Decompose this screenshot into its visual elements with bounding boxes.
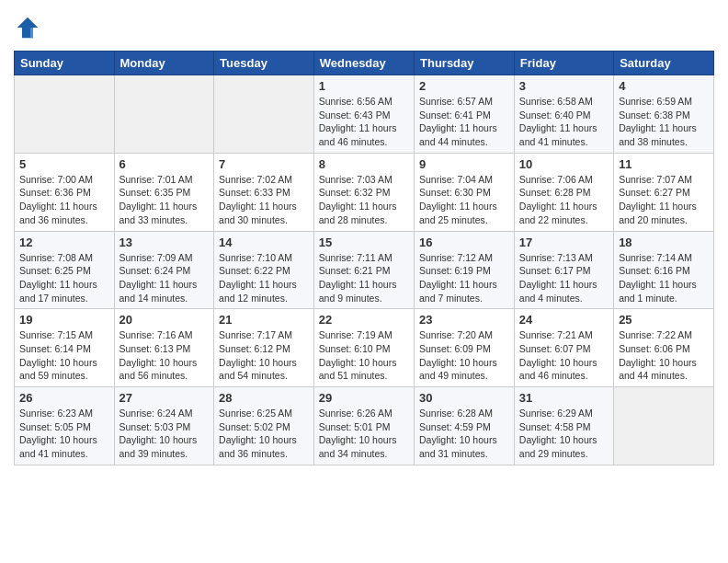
day-number: 4 <box>619 79 709 93</box>
day-number: 2 <box>419 79 509 93</box>
day-info: Sunrise: 7:20 AM Sunset: 6:09 PM Dayligh… <box>419 328 509 383</box>
day-number: 14 <box>219 236 309 249</box>
day-info: Sunrise: 7:08 AM Sunset: 6:25 PM Dayligh… <box>19 251 109 305</box>
calendar-day-cell: 6Sunrise: 7:01 AM Sunset: 6:35 PM Daylig… <box>114 153 214 231</box>
day-info: Sunrise: 7:17 AM Sunset: 6:12 PM Dayligh… <box>219 328 309 383</box>
calendar-day-cell: 9Sunrise: 7:04 AM Sunset: 6:30 PM Daylig… <box>415 153 515 231</box>
day-info: Sunrise: 7:21 AM Sunset: 6:07 PM Dayligh… <box>519 328 609 383</box>
day-info: Sunrise: 7:11 AM Sunset: 6:21 PM Dayligh… <box>319 251 409 305</box>
calendar-day-cell: 13Sunrise: 7:09 AM Sunset: 6:24 PM Dayli… <box>114 231 214 309</box>
calendar-header-thursday: Thursday <box>415 52 515 75</box>
calendar-table: SundayMondayTuesdayWednesdayThursdayFrid… <box>14 51 714 465</box>
calendar-day-cell: 28Sunrise: 6:25 AM Sunset: 5:02 PM Dayli… <box>214 387 314 465</box>
day-number: 19 <box>19 313 109 327</box>
calendar-day-cell: 27Sunrise: 6:24 AM Sunset: 5:03 PM Dayli… <box>114 387 214 465</box>
day-info: Sunrise: 7:07 AM Sunset: 6:27 PM Dayligh… <box>619 173 709 227</box>
page-header <box>14 14 714 41</box>
day-number: 6 <box>119 157 210 171</box>
calendar-day-cell: 31Sunrise: 6:29 AM Sunset: 4:58 PM Dayli… <box>514 387 613 465</box>
calendar-header-row: SundayMondayTuesdayWednesdayThursdayFrid… <box>15 52 714 75</box>
day-info: Sunrise: 7:19 AM Sunset: 6:10 PM Dayligh… <box>319 328 409 383</box>
calendar-day-cell: 22Sunrise: 7:19 AM Sunset: 6:10 PM Dayli… <box>313 309 414 387</box>
calendar-day-cell: 12Sunrise: 7:08 AM Sunset: 6:25 PM Dayli… <box>15 231 115 309</box>
day-number: 16 <box>419 236 509 249</box>
day-number: 12 <box>19 236 109 249</box>
day-number: 25 <box>619 313 709 327</box>
day-info: Sunrise: 7:10 AM Sunset: 6:22 PM Dayligh… <box>219 251 309 305</box>
calendar-header-wednesday: Wednesday <box>313 52 414 75</box>
day-info: Sunrise: 6:26 AM Sunset: 5:01 PM Dayligh… <box>319 407 409 461</box>
calendar-header-saturday: Saturday <box>614 52 714 75</box>
calendar-day-cell: 19Sunrise: 7:15 AM Sunset: 6:14 PM Dayli… <box>15 309 115 387</box>
day-info: Sunrise: 7:00 AM Sunset: 6:36 PM Dayligh… <box>19 173 109 227</box>
calendar-day-cell <box>214 75 314 154</box>
day-number: 9 <box>419 157 509 171</box>
day-info: Sunrise: 6:59 AM Sunset: 6:38 PM Dayligh… <box>619 95 709 149</box>
calendar-day-cell: 16Sunrise: 7:12 AM Sunset: 6:19 PM Dayli… <box>415 231 515 309</box>
day-number: 29 <box>319 391 409 405</box>
day-info: Sunrise: 7:03 AM Sunset: 6:32 PM Dayligh… <box>319 173 409 227</box>
day-number: 30 <box>419 391 509 405</box>
day-info: Sunrise: 7:13 AM Sunset: 6:17 PM Dayligh… <box>519 251 609 305</box>
day-info: Sunrise: 7:16 AM Sunset: 6:13 PM Dayligh… <box>119 328 210 383</box>
calendar-day-cell: 8Sunrise: 7:03 AM Sunset: 6:32 PM Daylig… <box>313 153 414 231</box>
day-info: Sunrise: 7:01 AM Sunset: 6:35 PM Dayligh… <box>119 173 210 227</box>
calendar-day-cell: 17Sunrise: 7:13 AM Sunset: 6:17 PM Dayli… <box>514 231 613 309</box>
calendar-day-cell <box>114 75 214 154</box>
day-number: 11 <box>619 157 709 171</box>
day-info: Sunrise: 7:15 AM Sunset: 6:14 PM Dayligh… <box>19 328 109 383</box>
day-number: 22 <box>319 313 409 327</box>
calendar-day-cell: 14Sunrise: 7:10 AM Sunset: 6:22 PM Dayli… <box>214 231 314 309</box>
calendar-day-cell: 4Sunrise: 6:59 AM Sunset: 6:38 PM Daylig… <box>614 75 714 154</box>
day-number: 31 <box>519 391 609 405</box>
calendar-week-row: 26Sunrise: 6:23 AM Sunset: 5:05 PM Dayli… <box>15 387 714 465</box>
calendar-day-cell: 10Sunrise: 7:06 AM Sunset: 6:28 PM Dayli… <box>514 153 613 231</box>
calendar-day-cell: 11Sunrise: 7:07 AM Sunset: 6:27 PM Dayli… <box>614 153 714 231</box>
day-number: 24 <box>519 313 609 327</box>
day-number: 18 <box>619 236 709 249</box>
day-info: Sunrise: 6:29 AM Sunset: 4:58 PM Dayligh… <box>519 407 609 461</box>
calendar-week-row: 1Sunrise: 6:56 AM Sunset: 6:43 PM Daylig… <box>15 75 714 154</box>
calendar-week-row: 12Sunrise: 7:08 AM Sunset: 6:25 PM Dayli… <box>15 231 714 309</box>
day-number: 27 <box>119 391 210 405</box>
calendar-day-cell: 18Sunrise: 7:14 AM Sunset: 6:16 PM Dayli… <box>614 231 714 309</box>
day-number: 7 <box>219 157 309 171</box>
calendar-header-tuesday: Tuesday <box>214 52 314 75</box>
calendar-week-row: 19Sunrise: 7:15 AM Sunset: 6:14 PM Dayli… <box>15 309 714 387</box>
day-number: 10 <box>519 157 609 171</box>
calendar-day-cell: 15Sunrise: 7:11 AM Sunset: 6:21 PM Dayli… <box>313 231 414 309</box>
calendar-day-cell: 5Sunrise: 7:00 AM Sunset: 6:36 PM Daylig… <box>15 153 115 231</box>
day-number: 15 <box>319 236 409 249</box>
calendar-header-monday: Monday <box>114 52 214 75</box>
calendar-day-cell: 24Sunrise: 7:21 AM Sunset: 6:07 PM Dayli… <box>514 309 613 387</box>
calendar-day-cell: 30Sunrise: 6:28 AM Sunset: 4:59 PM Dayli… <box>415 387 515 465</box>
day-number: 5 <box>19 157 109 171</box>
day-info: Sunrise: 6:28 AM Sunset: 4:59 PM Dayligh… <box>419 407 509 461</box>
day-number: 13 <box>119 236 210 249</box>
day-number: 3 <box>519 79 609 93</box>
day-info: Sunrise: 7:12 AM Sunset: 6:19 PM Dayligh… <box>419 251 509 305</box>
calendar-day-cell: 3Sunrise: 6:58 AM Sunset: 6:40 PM Daylig… <box>514 75 613 154</box>
svg-marker-0 <box>17 17 39 39</box>
day-info: Sunrise: 7:04 AM Sunset: 6:30 PM Dayligh… <box>419 173 509 227</box>
day-number: 21 <box>219 313 309 327</box>
calendar-day-cell: 23Sunrise: 7:20 AM Sunset: 6:09 PM Dayli… <box>415 309 515 387</box>
day-info: Sunrise: 6:24 AM Sunset: 5:03 PM Dayligh… <box>119 407 210 461</box>
calendar-day-cell: 20Sunrise: 7:16 AM Sunset: 6:13 PM Dayli… <box>114 309 214 387</box>
calendar-day-cell: 2Sunrise: 6:57 AM Sunset: 6:41 PM Daylig… <box>415 75 515 154</box>
day-number: 17 <box>519 236 609 249</box>
calendar-week-row: 5Sunrise: 7:00 AM Sunset: 6:36 PM Daylig… <box>15 153 714 231</box>
calendar-header-friday: Friday <box>514 52 613 75</box>
day-number: 23 <box>419 313 509 327</box>
day-number: 1 <box>319 79 409 93</box>
calendar-day-cell: 21Sunrise: 7:17 AM Sunset: 6:12 PM Dayli… <box>214 309 314 387</box>
calendar-day-cell <box>15 75 115 154</box>
day-number: 28 <box>219 391 309 405</box>
calendar-header-sunday: Sunday <box>15 52 115 75</box>
day-info: Sunrise: 7:09 AM Sunset: 6:24 PM Dayligh… <box>119 251 210 305</box>
day-info: Sunrise: 6:23 AM Sunset: 5:05 PM Dayligh… <box>19 407 109 461</box>
day-info: Sunrise: 6:56 AM Sunset: 6:43 PM Dayligh… <box>319 95 409 149</box>
day-info: Sunrise: 7:22 AM Sunset: 6:06 PM Dayligh… <box>619 328 709 383</box>
day-number: 20 <box>119 313 210 327</box>
day-number: 26 <box>19 391 109 405</box>
